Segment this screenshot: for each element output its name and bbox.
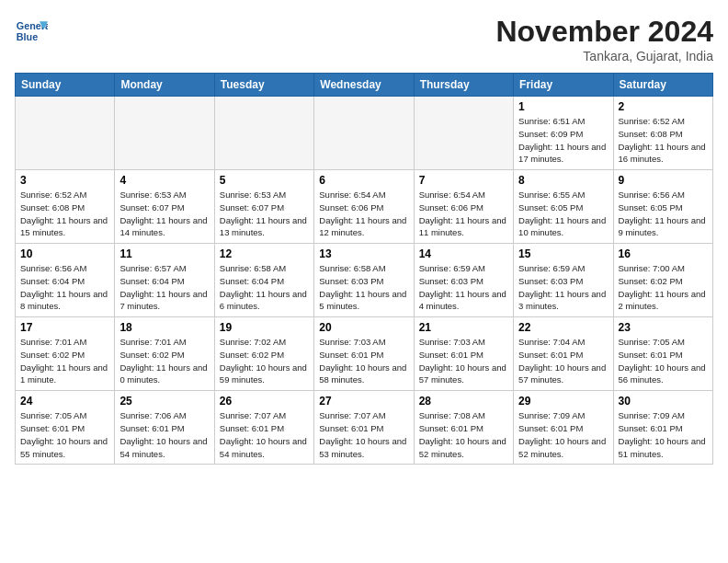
day-number: 13 [319, 247, 408, 260]
day-info: Sunrise: 6:52 AM Sunset: 6:08 PM Dayligh… [619, 115, 708, 166]
day-number: 16 [619, 247, 708, 260]
calendar-cell: 16Sunrise: 7:00 AM Sunset: 6:02 PM Dayli… [613, 244, 712, 317]
calendar-cell: 6Sunrise: 6:54 AM Sunset: 6:06 PM Daylig… [314, 170, 414, 244]
calendar-cell: 28Sunrise: 7:08 AM Sunset: 6:01 PM Dayli… [414, 391, 513, 465]
day-info: Sunrise: 6:53 AM Sunset: 6:07 PM Dayligh… [119, 189, 209, 239]
calendar-cell: 4Sunrise: 6:53 AM Sunset: 6:07 PM Daylig… [115, 170, 214, 244]
day-number: 29 [518, 395, 608, 408]
calendar-cell [115, 97, 214, 170]
calendar-cell: 15Sunrise: 6:59 AM Sunset: 6:03 PM Dayli… [514, 244, 613, 317]
day-info: Sunrise: 6:54 AM Sunset: 6:06 PM Dayligh… [319, 189, 408, 239]
day-number: 22 [518, 321, 608, 334]
calendar-cell [314, 97, 414, 170]
day-info: Sunrise: 7:08 AM Sunset: 6:01 PM Dayligh… [419, 409, 508, 460]
week-row-1: 1Sunrise: 6:51 AM Sunset: 6:09 PM Daylig… [16, 97, 713, 170]
weekday-header-friday: Friday [514, 74, 613, 97]
day-info: Sunrise: 6:55 AM Sunset: 6:05 PM Dayligh… [518, 189, 608, 239]
calendar-table: SundayMondayTuesdayWednesdayThursdayFrid… [15, 73, 713, 465]
day-info: Sunrise: 7:02 AM Sunset: 6:02 PM Dayligh… [220, 336, 309, 386]
calendar-title: November 2024 [495, 15, 713, 49]
day-number: 3 [20, 174, 109, 187]
day-info: Sunrise: 7:03 AM Sunset: 6:01 PM Dayligh… [419, 336, 508, 386]
day-info: Sunrise: 7:04 AM Sunset: 6:01 PM Dayligh… [518, 336, 608, 386]
calendar-cell: 27Sunrise: 7:07 AM Sunset: 6:01 PM Dayli… [314, 391, 414, 465]
calendar-cell: 12Sunrise: 6:58 AM Sunset: 6:04 PM Dayli… [214, 244, 313, 317]
weekday-header-tuesday: Tuesday [214, 74, 313, 97]
day-number: 25 [119, 395, 209, 408]
day-info: Sunrise: 7:01 AM Sunset: 6:02 PM Dayligh… [119, 336, 209, 386]
day-info: Sunrise: 7:03 AM Sunset: 6:01 PM Dayligh… [319, 336, 408, 386]
day-info: Sunrise: 7:09 AM Sunset: 6:01 PM Dayligh… [518, 409, 608, 460]
calendar-cell: 17Sunrise: 7:01 AM Sunset: 6:02 PM Dayli… [16, 317, 115, 391]
weekday-header-thursday: Thursday [414, 74, 513, 97]
calendar-cell [214, 97, 313, 170]
day-number: 1 [518, 100, 608, 113]
calendar-cell: 8Sunrise: 6:55 AM Sunset: 6:05 PM Daylig… [514, 170, 613, 244]
calendar-cell: 1Sunrise: 6:51 AM Sunset: 6:09 PM Daylig… [514, 97, 613, 170]
day-number: 30 [619, 395, 708, 408]
day-info: Sunrise: 7:01 AM Sunset: 6:02 PM Dayligh… [20, 336, 109, 386]
calendar-cell: 23Sunrise: 7:05 AM Sunset: 6:01 PM Dayli… [613, 317, 712, 391]
day-info: Sunrise: 6:52 AM Sunset: 6:08 PM Dayligh… [20, 189, 109, 239]
day-info: Sunrise: 6:59 AM Sunset: 6:03 PM Dayligh… [419, 262, 508, 313]
day-info: Sunrise: 6:57 AM Sunset: 6:04 PM Dayligh… [119, 262, 209, 313]
calendar-cell: 13Sunrise: 6:58 AM Sunset: 6:03 PM Dayli… [314, 244, 414, 317]
day-number: 21 [419, 321, 508, 334]
day-number: 9 [619, 174, 708, 187]
day-number: 17 [20, 321, 109, 334]
day-number: 28 [419, 395, 508, 408]
svg-text:Blue: Blue [17, 31, 38, 42]
day-info: Sunrise: 7:06 AM Sunset: 6:01 PM Dayligh… [119, 409, 209, 460]
day-number: 5 [220, 174, 309, 187]
page-header: General Blue November 2024 Tankara, Guja… [15, 15, 713, 63]
day-number: 6 [319, 174, 408, 187]
day-number: 12 [220, 247, 309, 260]
day-info: Sunrise: 7:07 AM Sunset: 6:01 PM Dayligh… [319, 409, 408, 460]
calendar-cell: 21Sunrise: 7:03 AM Sunset: 6:01 PM Dayli… [414, 317, 513, 391]
calendar-cell: 9Sunrise: 6:56 AM Sunset: 6:05 PM Daylig… [613, 170, 712, 244]
day-number: 24 [20, 395, 109, 408]
calendar-cell: 14Sunrise: 6:59 AM Sunset: 6:03 PM Dayli… [414, 244, 513, 317]
logo-icon: General Blue [15, 15, 48, 48]
day-number: 20 [319, 321, 408, 334]
calendar-subtitle: Tankara, Gujarat, India [495, 49, 713, 63]
calendar-cell: 19Sunrise: 7:02 AM Sunset: 6:02 PM Dayli… [214, 317, 313, 391]
day-info: Sunrise: 6:54 AM Sunset: 6:06 PM Dayligh… [419, 189, 508, 239]
weekday-header-sunday: Sunday [16, 74, 115, 97]
calendar-cell: 20Sunrise: 7:03 AM Sunset: 6:01 PM Dayli… [314, 317, 414, 391]
week-row-3: 10Sunrise: 6:56 AM Sunset: 6:04 PM Dayli… [16, 244, 713, 317]
day-number: 4 [119, 174, 209, 187]
day-number: 2 [619, 100, 708, 113]
day-info: Sunrise: 6:58 AM Sunset: 6:03 PM Dayligh… [319, 262, 408, 313]
day-info: Sunrise: 6:58 AM Sunset: 6:04 PM Dayligh… [220, 262, 309, 313]
day-info: Sunrise: 6:56 AM Sunset: 6:05 PM Dayligh… [619, 189, 708, 239]
day-number: 14 [419, 247, 508, 260]
calendar-cell: 24Sunrise: 7:05 AM Sunset: 6:01 PM Dayli… [16, 391, 115, 465]
day-number: 27 [319, 395, 408, 408]
day-info: Sunrise: 7:05 AM Sunset: 6:01 PM Dayligh… [20, 409, 109, 460]
day-number: 15 [518, 247, 608, 260]
calendar-cell: 2Sunrise: 6:52 AM Sunset: 6:08 PM Daylig… [613, 97, 712, 170]
calendar-cell: 26Sunrise: 7:07 AM Sunset: 6:01 PM Dayli… [214, 391, 313, 465]
calendar-cell [414, 97, 513, 170]
calendar-cell: 3Sunrise: 6:52 AM Sunset: 6:08 PM Daylig… [16, 170, 115, 244]
day-number: 26 [220, 395, 309, 408]
day-number: 10 [20, 247, 109, 260]
calendar-cell [16, 97, 115, 170]
day-info: Sunrise: 6:51 AM Sunset: 6:09 PM Dayligh… [518, 115, 608, 166]
calendar-cell: 29Sunrise: 7:09 AM Sunset: 6:01 PM Dayli… [514, 391, 613, 465]
calendar-cell: 18Sunrise: 7:01 AM Sunset: 6:02 PM Dayli… [115, 317, 214, 391]
day-info: Sunrise: 6:53 AM Sunset: 6:07 PM Dayligh… [220, 189, 309, 239]
calendar-cell: 22Sunrise: 7:04 AM Sunset: 6:01 PM Dayli… [514, 317, 613, 391]
day-info: Sunrise: 7:09 AM Sunset: 6:01 PM Dayligh… [619, 409, 708, 460]
day-info: Sunrise: 7:05 AM Sunset: 6:01 PM Dayligh… [619, 336, 708, 386]
day-info: Sunrise: 7:07 AM Sunset: 6:01 PM Dayligh… [220, 409, 309, 460]
calendar-cell: 5Sunrise: 6:53 AM Sunset: 6:07 PM Daylig… [214, 170, 313, 244]
day-info: Sunrise: 6:56 AM Sunset: 6:04 PM Dayligh… [20, 262, 109, 313]
logo: General Blue [15, 15, 48, 48]
week-row-5: 24Sunrise: 7:05 AM Sunset: 6:01 PM Dayli… [16, 391, 713, 465]
title-block: November 2024 Tankara, Gujarat, India [495, 15, 713, 63]
calendar-cell: 10Sunrise: 6:56 AM Sunset: 6:04 PM Dayli… [16, 244, 115, 317]
day-number: 19 [220, 321, 309, 334]
weekday-header-saturday: Saturday [613, 74, 712, 97]
